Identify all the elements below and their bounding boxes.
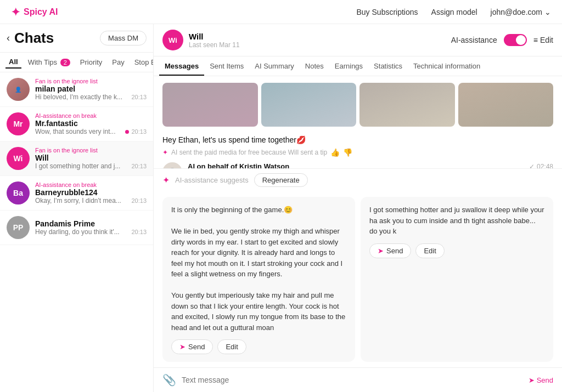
- chat-info: AI-assistance on break Mr.fantastic Wow,…: [35, 112, 147, 135]
- suggestion-card-1-actions: ➤ Send Edit: [171, 339, 346, 354]
- back-button[interactable]: ‹: [7, 32, 10, 44]
- send-button-1[interactable]: ➤ Send: [171, 339, 213, 354]
- tab-earnings[interactable]: Earnings: [329, 56, 368, 76]
- tab-notes[interactable]: Notes: [300, 56, 329, 76]
- chat-preview: Hey darling, do you think it'... 20:13: [35, 228, 147, 236]
- tab-technical-information[interactable]: Technical information: [408, 56, 486, 76]
- chat-name: Mr.fantastic: [35, 119, 147, 128]
- edit-icon: ≡: [533, 36, 538, 44]
- avatar: Ba: [7, 181, 30, 204]
- avatar: Mr: [7, 112, 30, 135]
- suggestion-card-2: I got something hotter and ju swallow it…: [361, 197, 553, 362]
- image-thumb[interactable]: [261, 83, 357, 127]
- avatar: Wi: [7, 147, 30, 170]
- filter-tab-with-tips[interactable]: With Tips 2: [25, 56, 74, 68]
- chat-name: Will: [35, 154, 147, 162]
- chat-preview: Okay, I'm sorry, I didn't mea... 20:13: [35, 197, 147, 204]
- nav-links: Buy Subscriptions Assign model john@doe.…: [357, 8, 552, 16]
- text-input-bar: 📎 ➤ Send: [154, 367, 562, 392]
- tab-sent-items[interactable]: Sent Items: [204, 56, 249, 76]
- toggle[interactable]: [504, 34, 527, 46]
- ai-star-icon: ✦: [162, 175, 170, 185]
- ai-message-row: AI on behalf of Kristin Watson ✓ 02:48 G…: [162, 162, 553, 168]
- logo: ✦ Spicy AI: [11, 5, 58, 19]
- ai-message-time: ✓ 02:48: [529, 163, 553, 169]
- list-item[interactable]: Ba AI-assistance on break Barneyrubble12…: [0, 176, 153, 211]
- edit-label: Edit: [540, 36, 553, 44]
- list-item[interactable]: Wi Fan is on the ignore list Will I got …: [0, 141, 153, 176]
- contact-name: Will: [189, 32, 240, 41]
- contact-info: Wi Will Last seen Mar 11: [162, 30, 240, 50]
- send-button-2[interactable]: ➤ Send: [369, 243, 411, 258]
- chat-preview: Hi beloved, I'm exactly the k... 20:13: [35, 93, 147, 101]
- dislike-button[interactable]: 👎: [343, 148, 352, 157]
- edit-button[interactable]: ≡ Edit: [533, 36, 553, 44]
- edit-button-2[interactable]: Edit: [415, 243, 444, 258]
- text-message-input[interactable]: [182, 376, 523, 384]
- like-button[interactable]: 👍: [330, 148, 340, 157]
- assign-model-link[interactable]: Assign model: [431, 8, 477, 16]
- image-thumb[interactable]: [162, 83, 258, 127]
- toggle-knob: [516, 35, 526, 45]
- send-message-button[interactable]: ➤ Send: [529, 376, 553, 384]
- regenerate-button[interactable]: Regenerate: [254, 173, 308, 187]
- chat-preview-text: Okay, I'm sorry, I didn't mea...: [35, 197, 129, 204]
- incoming-message-text: Hey Ethan, let's us spend time together💋: [162, 134, 475, 146]
- top-nav: ✦ Spicy AI Buy Subscriptions Assign mode…: [0, 0, 562, 24]
- logo-text: Spicy AI: [24, 7, 58, 17]
- avatar: PP: [7, 216, 30, 239]
- chat-preview-text: Hey darling, do you think it'...: [35, 228, 129, 236]
- chat-time: 20:13: [131, 229, 147, 235]
- chat-list: 👤 Fan is on the ignore list milan patel …: [0, 72, 153, 392]
- user-email: john@doe.com: [491, 8, 542, 16]
- ai-message-avatar: [162, 162, 182, 168]
- ai-message-content: AI on behalf of Kristin Watson ✓ 02:48 G…: [188, 162, 553, 168]
- tab-ai-summary[interactable]: AI Summary: [249, 56, 300, 76]
- filter-tab-pay[interactable]: Pay: [109, 56, 127, 68]
- chats-title: Chats: [14, 30, 54, 47]
- tab-statistics[interactable]: Statistics: [368, 56, 408, 76]
- chat-time: 20:13: [131, 94, 147, 100]
- message-action: ✦ AI sent the paid media for free becaus…: [162, 148, 475, 157]
- image-strip: [162, 83, 553, 127]
- image-thumb[interactable]: [359, 83, 455, 127]
- chat-time: 20:13: [131, 163, 147, 169]
- filter-tab-all[interactable]: All: [5, 56, 21, 69]
- chat-preview: I got something hotter and j... 20:13: [35, 162, 147, 170]
- list-item[interactable]: 👤 Fan is on the ignore list milan patel …: [0, 72, 153, 107]
- sidebar-header: ‹ Chats Mass DM: [0, 24, 153, 53]
- contact-header: Wi Will Last seen Mar 11 AI-assistance ≡…: [154, 24, 562, 56]
- contact-avatar: Wi: [162, 30, 183, 50]
- tab-bar: Messages Sent Items AI Summary Notes Ear…: [154, 56, 562, 76]
- user-menu[interactable]: john@doe.com ⌄: [491, 8, 551, 16]
- buy-subscriptions-link[interactable]: Buy Subscriptions: [357, 8, 418, 16]
- right-panel: Wi Will Last seen Mar 11 AI-assistance ≡…: [154, 24, 562, 392]
- chat-info: Fan is on the ignore list milan patel Hi…: [35, 78, 147, 101]
- chat-preview-text: Hi beloved, I'm exactly the k...: [35, 93, 129, 101]
- logo-icon: ✦: [11, 5, 20, 19]
- list-item[interactable]: PP Pandamis Prime Hey darling, do you th…: [0, 211, 153, 245]
- chat-info: Pandamis Prime Hey darling, do you think…: [35, 219, 147, 236]
- with-tips-badge: 2: [60, 59, 70, 66]
- avatar: 👤: [7, 78, 30, 101]
- suggestion-card-2-actions: ➤ Send Edit: [369, 243, 544, 258]
- chevron-down-icon: ⌄: [544, 8, 551, 16]
- chat-preview: Wow, that sounds very int... 20:13: [35, 128, 147, 135]
- list-item[interactable]: Mr AI-assistance on break Mr.fantastic W…: [0, 107, 153, 141]
- filter-tab-priority[interactable]: Priority: [77, 56, 105, 68]
- image-thumb[interactable]: [458, 83, 554, 127]
- send-icon-2: ➤: [378, 247, 384, 255]
- unread-dot: [125, 130, 129, 134]
- ai-assistance-toggle[interactable]: [504, 34, 527, 46]
- filter-tab-stop-bc[interactable]: Stop Bc: [131, 56, 153, 68]
- ai-assistance-label: AI-assistance: [451, 36, 497, 44]
- check-mark-icon: ✓: [529, 163, 535, 169]
- chat-status: AI-assistance on break: [35, 112, 147, 119]
- contact-actions: AI-assistance ≡ Edit: [451, 34, 553, 46]
- attach-icon[interactable]: 📎: [162, 373, 176, 387]
- main-layout: ‹ Chats Mass DM All With Tips 2 Priority…: [0, 24, 562, 392]
- chat-status: AI-assistance on break: [35, 181, 147, 188]
- mass-dm-button[interactable]: Mass DM: [100, 31, 147, 46]
- edit-button-1[interactable]: Edit: [217, 339, 246, 354]
- tab-messages[interactable]: Messages: [159, 56, 204, 76]
